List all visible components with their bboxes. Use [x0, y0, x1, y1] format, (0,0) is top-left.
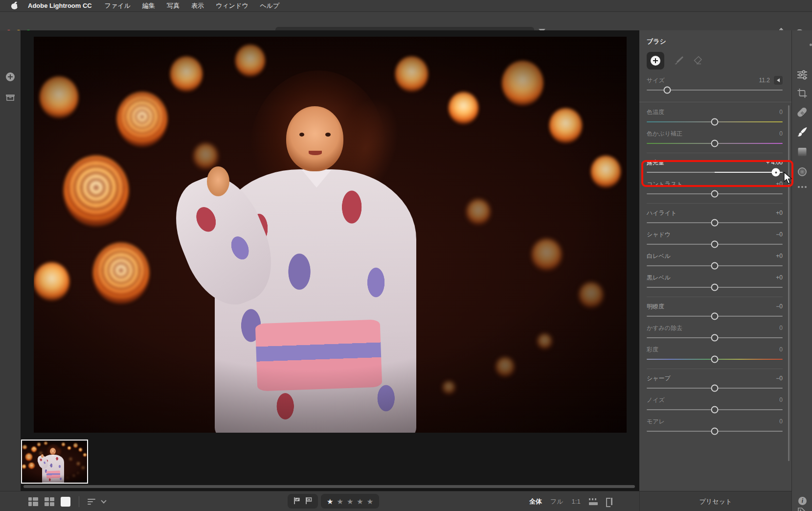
slider-knob[interactable] [711, 334, 719, 342]
grid-view-icon[interactable] [45, 497, 54, 506]
slider-knob[interactable] [711, 219, 719, 227]
size-slider[interactable] [647, 86, 783, 94]
slider-knob[interactable] [711, 140, 719, 147]
chevron-down-icon[interactable] [101, 498, 106, 503]
presets-label: プリセット [699, 497, 732, 506]
slider-row: 色温度 0 [647, 108, 783, 126]
zoom-mode-1:1[interactable]: 1:1 [572, 498, 581, 505]
zoom-mode-全体[interactable]: 全体 [529, 497, 542, 506]
zoom-controls: 全体フル1:1 [529, 491, 614, 511]
more-options-icon[interactable] [798, 186, 807, 188]
slider[interactable] [647, 384, 783, 392]
slider-knob[interactable] [711, 118, 719, 126]
slider-knob[interactable] [711, 284, 719, 291]
slider-value: 0 [779, 396, 783, 403]
slider[interactable] [647, 139, 783, 147]
panel-scrollbar[interactable] [788, 105, 789, 461]
slider-knob[interactable] [772, 168, 780, 177]
slider[interactable] [647, 219, 783, 227]
slider-row: かすみの除去 0 [647, 324, 783, 342]
tag-icon[interactable] [797, 507, 807, 511]
slider[interactable] [647, 168, 783, 176]
sort-icon[interactable] [88, 499, 95, 505]
slider[interactable] [647, 262, 783, 270]
slider[interactable] [647, 355, 783, 363]
grid-overlay-icon[interactable] [589, 498, 598, 505]
star-icon-3[interactable]: ★ [347, 498, 353, 505]
menu-item-2[interactable]: 写真 [167, 1, 180, 10]
slider-row: モアレ 0 [647, 418, 783, 435]
photo-main[interactable] [34, 37, 627, 433]
slider-knob[interactable] [711, 313, 719, 320]
slider[interactable] [647, 190, 783, 198]
star-rating: ★★★★★ [321, 494, 379, 509]
star-icon-1[interactable]: ★ [327, 498, 333, 505]
slider[interactable] [647, 283, 783, 291]
star-icon-2[interactable]: ★ [337, 498, 343, 505]
menu-item-5[interactable]: ヘルプ [260, 1, 279, 10]
bottom-toolbar: ★★★★★ 全体フル1:1 プリセット [0, 491, 791, 511]
slider-knob[interactable] [711, 356, 719, 363]
view-controls [28, 491, 106, 511]
presets-button[interactable]: プリセット [639, 491, 791, 511]
menu-item-4[interactable]: ウィンドウ [216, 1, 248, 10]
healing-brush-icon[interactable] [797, 108, 808, 118]
menu-item-3[interactable]: 表示 [191, 1, 204, 10]
zoom-mode-フル[interactable]: フル [550, 497, 564, 506]
menu-item-1[interactable]: 編集 [142, 1, 155, 10]
crop-icon[interactable] [797, 88, 807, 98]
info-icon[interactable]: i [798, 497, 807, 505]
slider-knob[interactable] [711, 262, 719, 270]
photo-canvas-area [21, 30, 639, 491]
slider[interactable] [647, 406, 783, 414]
star-icon-5[interactable]: ★ [367, 498, 373, 505]
title-bar: 最近読み込んだ写真を検索 [0, 12, 812, 30]
add-photos-icon[interactable] [6, 72, 15, 81]
slider[interactable] [647, 240, 783, 248]
pick-flag-icon[interactable] [293, 497, 300, 506]
edit-sliders-icon[interactable] [797, 70, 808, 80]
slider-knob[interactable] [711, 241, 719, 248]
slider[interactable] [647, 334, 783, 342]
slider-label: ノイズ [647, 396, 779, 404]
lightroom-window: Adobe Lightroom CC ファイル編集写真表示ウィンドウヘルプ 最近… [0, 0, 812, 511]
filmstrip-thumbnail[interactable] [21, 440, 88, 484]
brush-tool-icon[interactable] [674, 55, 684, 67]
detail-view-icon[interactable] [61, 497, 70, 507]
radial-gradient-icon[interactable] [798, 167, 807, 176]
slider-knob[interactable] [711, 385, 719, 392]
before-after-icon[interactable] [606, 498, 614, 505]
eraser-tool-icon[interactable] [694, 56, 703, 66]
brush-tool-active-icon[interactable] [796, 126, 808, 138]
slider[interactable] [647, 312, 783, 320]
filmstrip-scrollbar[interactable] [23, 485, 635, 488]
reject-flag-icon[interactable] [305, 497, 312, 506]
add-brush-button[interactable] [647, 52, 664, 70]
app-menu-title[interactable]: Adobe Lightroom CC [28, 2, 92, 9]
apple-menu-icon[interactable] [11, 2, 18, 9]
size-stepper-button[interactable] [774, 76, 783, 85]
slider[interactable] [647, 427, 783, 435]
slider-knob[interactable] [711, 190, 719, 198]
group-divider [647, 297, 783, 297]
slider[interactable] [647, 118, 783, 126]
panel-title: ブラシ [647, 37, 783, 46]
menu-item-0[interactable]: ファイル [105, 1, 131, 10]
photo-artwork [34, 37, 627, 433]
linear-gradient-icon[interactable] [798, 148, 806, 156]
star-icon-4[interactable]: ★ [357, 498, 363, 505]
photo-vignette [22, 441, 87, 483]
slider-label: 露光量 [647, 159, 766, 167]
slider-row: 露光量 + 4.00 [647, 159, 783, 176]
slider-label: 彩度 [647, 346, 779, 354]
size-slider-knob[interactable] [663, 87, 671, 94]
slider-knob[interactable] [711, 406, 719, 414]
panel-divider [639, 102, 791, 102]
slider-label: 白レベル [647, 252, 776, 260]
slider-knob[interactable] [711, 428, 719, 435]
slider-label: 色かぶり補正 [647, 130, 779, 138]
mosaic-view-icon[interactable] [28, 497, 38, 506]
slider-value: −0 [776, 303, 783, 310]
slider-label: ハイライト [647, 209, 776, 217]
albums-icon[interactable] [6, 93, 15, 103]
